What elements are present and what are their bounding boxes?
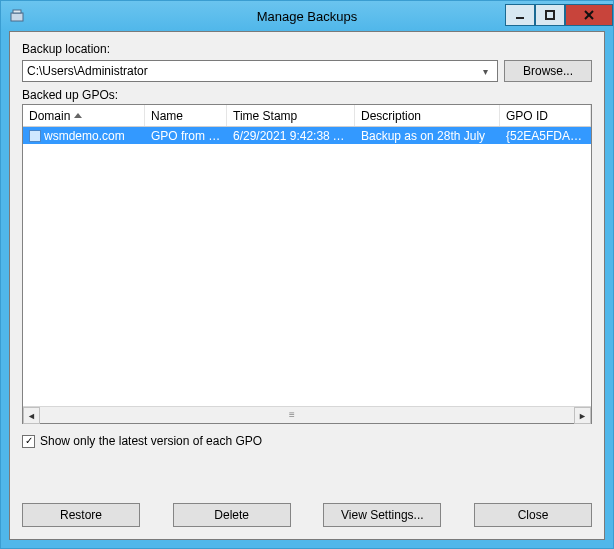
cell-gpoid: {52EA5FDA-95... xyxy=(500,129,591,143)
scroll-right-button[interactable]: ► xyxy=(574,407,591,424)
scroll-track[interactable]: ≡ xyxy=(40,407,574,423)
client-area: Backup location: C:\Users\Administrator … xyxy=(9,31,605,540)
column-header-timestamp[interactable]: Time Stamp xyxy=(227,105,355,126)
cell-description: Backup as on 28th July xyxy=(355,129,500,143)
sort-asc-icon xyxy=(74,113,82,118)
listview-headers: Domain Name Time Stamp Description GPO I… xyxy=(23,105,591,127)
show-latest-checkbox-row: ✓ Show only the latest version of each G… xyxy=(22,434,592,448)
manage-backups-window: Manage Backups Backup location: C:\Users… xyxy=(0,0,614,549)
cell-domain: wsmdemo.com xyxy=(23,129,145,143)
column-header-name[interactable]: Name xyxy=(145,105,227,126)
app-icon xyxy=(9,8,25,24)
window-controls xyxy=(505,5,613,27)
cell-name: GPO from GP... xyxy=(145,129,227,143)
backup-location-value: C:\Users\Administrator xyxy=(27,64,477,78)
view-settings-button[interactable]: View Settings... xyxy=(323,503,441,527)
browse-button[interactable]: Browse... xyxy=(504,60,592,82)
scroll-left-button[interactable]: ◄ xyxy=(23,407,40,424)
scroll-thumb[interactable]: ≡ xyxy=(280,408,304,421)
delete-button[interactable]: Delete xyxy=(173,503,291,527)
column-label: Domain xyxy=(29,109,70,123)
listview-body: wsmdemo.com GPO from GP... 6/29/2021 9:4… xyxy=(23,127,591,406)
cell-timestamp: 6/29/2021 9:42:38 AM xyxy=(227,129,355,143)
svg-rect-1 xyxy=(13,10,21,13)
chevron-down-icon: ▾ xyxy=(477,66,493,77)
show-latest-label: Show only the latest version of each GPO xyxy=(40,434,262,448)
gpo-listview[interactable]: Domain Name Time Stamp Description GPO I… xyxy=(22,104,592,424)
table-row[interactable]: wsmdemo.com GPO from GP... 6/29/2021 9:4… xyxy=(23,127,591,144)
titlebar: Manage Backups xyxy=(1,1,613,31)
footer-buttons: Restore Delete View Settings... Close xyxy=(22,503,592,527)
close-window-button[interactable] xyxy=(565,4,613,26)
column-header-domain[interactable]: Domain xyxy=(23,105,145,126)
backup-location-label: Backup location: xyxy=(22,42,592,56)
restore-button[interactable]: Restore xyxy=(22,503,140,527)
backed-up-gpos-label: Backed up GPOs: xyxy=(22,88,592,102)
backup-location-combobox[interactable]: C:\Users\Administrator ▾ xyxy=(22,60,498,82)
svg-rect-0 xyxy=(11,13,23,21)
show-latest-checkbox[interactable]: ✓ xyxy=(22,435,35,448)
column-header-description[interactable]: Description xyxy=(355,105,500,126)
gpo-icon xyxy=(29,130,41,142)
column-header-gpoid[interactable]: GPO ID xyxy=(500,105,591,126)
svg-rect-3 xyxy=(546,11,554,19)
close-button[interactable]: Close xyxy=(474,503,592,527)
horizontal-scrollbar[interactable]: ◄ ≡ ► xyxy=(23,406,591,423)
maximize-button[interactable] xyxy=(535,4,565,26)
cell-domain-text: wsmdemo.com xyxy=(44,129,125,143)
minimize-button[interactable] xyxy=(505,4,535,26)
